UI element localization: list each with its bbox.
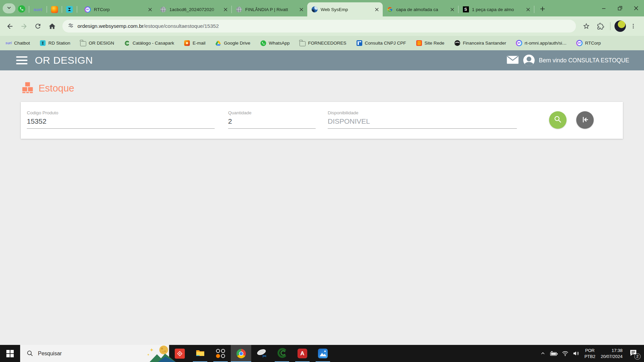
search-button[interactable] xyxy=(549,111,567,129)
taskbar-app-launcher[interactable] xyxy=(210,345,231,362)
profile-avatar[interactable] xyxy=(614,20,626,32)
bookmark-chatbot[interactable]: suriChatbot xyxy=(5,40,30,46)
folder-icon xyxy=(300,40,306,46)
suri-pinned-tab[interactable]: suri xyxy=(33,5,43,13)
bookmark-google-drive[interactable]: Google Drive xyxy=(215,40,250,46)
app-brand: OR DESIGN xyxy=(35,55,93,66)
bookmark-catalogo-casapark[interactable]: Catálogo - Casapark xyxy=(124,40,174,46)
rd-station-icon xyxy=(66,6,73,13)
globe-icon xyxy=(160,6,166,13)
taskbar-catalog-app[interactable] xyxy=(272,345,292,362)
quantidade-input[interactable]: 2 xyxy=(228,117,316,129)
rd-station-pinned-tab[interactable] xyxy=(65,5,73,13)
taskbar-acrobat[interactable]: A xyxy=(292,345,313,362)
tab-1acbcd6[interactable]: 1acbcd6_2024072020 xyxy=(156,2,231,16)
tab-close-icon[interactable] xyxy=(525,6,531,13)
tab-search-button[interactable] xyxy=(3,3,15,13)
tab-close-icon[interactable] xyxy=(222,6,229,13)
reload-button[interactable] xyxy=(31,19,45,33)
close-window-button[interactable] xyxy=(628,0,644,16)
keyboard-layout: PTB2 xyxy=(584,354,595,359)
pinned-tab-divider xyxy=(29,6,29,13)
taskbar-remote-app[interactable] xyxy=(169,345,190,362)
bookmark-label: WhatsApp xyxy=(269,41,289,46)
notification-center-icon[interactable]: 2 xyxy=(629,349,637,358)
catalog-app-icon xyxy=(277,348,287,359)
hamburger-menu-icon[interactable] xyxy=(16,56,28,64)
language-indicator[interactable]: PORPTB2 xyxy=(584,348,595,359)
bookmark-label: E-mail xyxy=(193,41,205,46)
bookmark-financeira-santander[interactable]: Financeira Santander xyxy=(454,40,506,46)
codigo-produto-input[interactable]: 15352 xyxy=(27,117,215,129)
remote-app-icon xyxy=(175,349,185,359)
rtcorp-icon: RT xyxy=(576,40,583,46)
volume-icon[interactable] xyxy=(572,351,580,356)
tab-rtcorp[interactable]: RT RTCorp xyxy=(80,2,156,16)
bookmark-fornecedores[interactable]: FORNECEDORES xyxy=(300,40,346,46)
bookmark-label: OR DESIGN xyxy=(89,41,114,46)
battery-icon[interactable] xyxy=(550,351,558,357)
tab-close-icon[interactable] xyxy=(298,6,305,13)
home-button[interactable] xyxy=(45,19,59,33)
tab-close-icon[interactable] xyxy=(374,6,380,13)
bookmark-rtcorp[interactable]: RTRTCorp xyxy=(576,40,601,46)
bookmark-star-button[interactable] xyxy=(579,19,593,33)
orange-app-pinned-tab[interactable] xyxy=(50,5,58,13)
whatsapp-icon xyxy=(260,40,266,46)
tab-web-sysemp-active[interactable]: Web SysEmp xyxy=(307,2,383,16)
exit-arrow-icon xyxy=(581,116,589,125)
tab-label: Web SysEmp xyxy=(321,7,374,12)
minimize-button[interactable] xyxy=(596,0,612,16)
maximize-button[interactable] xyxy=(612,0,628,16)
site-info-icon[interactable] xyxy=(68,22,74,30)
search-icon xyxy=(27,350,33,357)
pinned-tab-divider xyxy=(47,6,47,13)
tab-shein[interactable]: S 1 peça capa de almo xyxy=(459,2,534,16)
site-rede-icon xyxy=(416,40,422,46)
user-avatar-icon[interactable] xyxy=(523,55,535,66)
tab-close-icon[interactable] xyxy=(449,6,455,13)
tab-capa-almofada[interactable]: capa de almofada ca xyxy=(383,2,458,16)
whatsapp-pinned-tab[interactable] xyxy=(17,5,25,13)
system-tray: PORPTB2 17:3820/07/2024 2 xyxy=(539,345,644,362)
search-highlight-illustration[interactable] xyxy=(133,345,169,362)
taskbar-search[interactable] xyxy=(20,345,169,362)
taskbar-chrome[interactable] xyxy=(231,345,251,362)
header-right: Bem vindo CONSULTA ESTOQUE xyxy=(506,55,629,66)
bookmark-label: Financeira Santander xyxy=(463,41,506,46)
taskbar-file-explorer[interactable] xyxy=(190,345,210,362)
bookmark-label: rt-omni.app/auth/si… xyxy=(525,41,567,46)
bookmark-whatsapp[interactable]: WhatsApp xyxy=(260,40,289,46)
tab-finlandia[interactable]: FINLÂNDIA P | Rivatt xyxy=(232,2,307,16)
tab-label: 1acbcd6_2024072020 xyxy=(169,7,222,12)
taskbar-clock[interactable]: 17:3820/07/2024 xyxy=(601,348,623,359)
bookmark-or-design[interactable]: OR DESIGN xyxy=(80,40,114,46)
bookmark-email[interactable]: E-mail xyxy=(184,40,205,46)
taskbar-photos[interactable] xyxy=(313,345,333,362)
bookmark-rd-station[interactable]: RD Station xyxy=(40,40,70,46)
tab-close-icon[interactable] xyxy=(147,6,153,13)
tab-label: 1 peça capa de almo xyxy=(472,7,525,12)
forward-button[interactable] xyxy=(17,19,31,33)
field-quantidade: Quantidade 2 xyxy=(228,110,316,139)
tray-expand-icon[interactable] xyxy=(539,351,547,356)
browser-toolbar: ordesign.websysemp.com.br/estoque/consul… xyxy=(0,16,644,36)
address-bar[interactable]: ordesign.websysemp.com.br/estoque/consul… xyxy=(62,20,576,33)
taskbar-snipping-tool[interactable]: ✂ xyxy=(251,345,272,362)
new-tab-button[interactable] xyxy=(537,4,548,15)
wifi-icon[interactable] xyxy=(561,351,569,356)
page-title: Estoque xyxy=(39,83,74,94)
mail-icon[interactable] xyxy=(506,55,519,66)
bookmark-rt-omni[interactable]: RTrt-omni.app/auth/si… xyxy=(516,40,567,46)
suri-icon: suri xyxy=(5,40,12,46)
disponibilidade-input[interactable]: DISPONIVEL xyxy=(328,117,517,129)
bookmark-site-rede[interactable]: Site Rede xyxy=(416,40,444,46)
browser-menu-icon[interactable] xyxy=(627,19,639,33)
start-button[interactable] xyxy=(0,345,20,362)
exit-button[interactable] xyxy=(576,111,594,129)
bookmark-consulta-cnpj[interactable]: Consulta CNPJ CPF xyxy=(356,40,406,46)
back-button[interactable] xyxy=(3,19,17,33)
page-title-row: Estoque xyxy=(21,81,644,95)
bookmarks-bar: suriChatbot RD Station OR DESIGN Catálog… xyxy=(0,36,644,50)
extensions-icon[interactable] xyxy=(593,19,607,33)
